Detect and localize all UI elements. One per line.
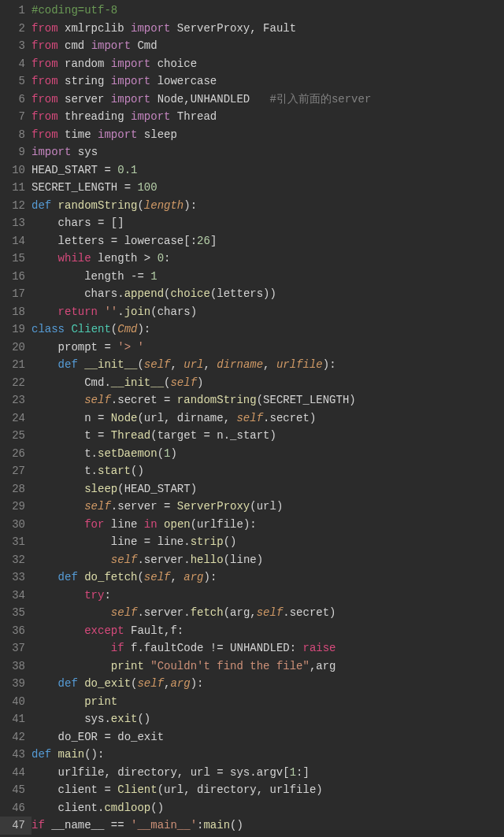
code-content[interactable]: sys.exit() bbox=[32, 710, 504, 728]
line-number: 15 bbox=[0, 250, 32, 268]
code-content[interactable]: self.secret = randomString(SECRET_LENGTH… bbox=[32, 391, 504, 409]
line-number: 42 bbox=[0, 728, 32, 746]
code-line[interactable]: 25 t = Thread(target = n._start) bbox=[0, 427, 504, 445]
code-line[interactable]: 15 while length > 0: bbox=[0, 250, 504, 268]
code-line[interactable]: 37 if f.faultCode != UNHANDLED: raise bbox=[0, 639, 504, 657]
code-content[interactable]: def __init__(self, url, dirname, urlfile… bbox=[32, 356, 504, 374]
code-line[interactable]: 27 t.start() bbox=[0, 462, 504, 480]
code-content[interactable]: do_EOR = do_exit bbox=[32, 728, 504, 746]
code-line[interactable]: 44 urlfile, directory, url = sys.argv[1:… bbox=[0, 764, 504, 782]
code-line[interactable]: 47if __name__ == '__main__':main() bbox=[0, 817, 504, 835]
code-content[interactable]: length -= 1 bbox=[32, 268, 504, 286]
line-number: 14 bbox=[0, 232, 32, 250]
code-line[interactable]: 9import sys bbox=[0, 143, 504, 161]
code-line[interactable]: 2from xmlrpclib import ServerProxy, Faul… bbox=[0, 20, 504, 38]
code-line[interactable]: 33 def do_fetch(self, arg): bbox=[0, 568, 504, 587]
line-number: 37 bbox=[0, 639, 32, 657]
code-content[interactable]: try: bbox=[32, 587, 504, 605]
code-content[interactable]: import sys bbox=[32, 143, 504, 161]
code-line[interactable]: 17 chars.append(choice(letters)) bbox=[0, 285, 504, 303]
code-line[interactable]: 3from cmd import Cmd bbox=[0, 37, 504, 55]
code-line[interactable]: 4from random import choice bbox=[0, 55, 504, 73]
code-line[interactable]: 7from threading import Thread bbox=[0, 108, 504, 126]
code-line[interactable]: 12def randomString(length): bbox=[0, 197, 504, 215]
code-content[interactable]: from string import lowercase bbox=[32, 72, 504, 91]
code-content[interactable]: sleep(HEAD_START) bbox=[32, 480, 504, 498]
code-line[interactable]: 31 line = line.strip() bbox=[0, 533, 504, 551]
code-content[interactable]: client.cmdloop() bbox=[32, 799, 504, 817]
code-line[interactable]: 10HEAD_START = 0.1 bbox=[0, 161, 504, 180]
code-content[interactable]: line = line.strip() bbox=[32, 533, 504, 551]
code-content[interactable]: print "Couldn't find the file",arg bbox=[32, 657, 504, 676]
code-line[interactable]: 6from server import Node,UNHANDLED #引入前面… bbox=[0, 91, 504, 109]
code-line[interactable]: 18 return ''.join(chars) bbox=[0, 303, 504, 321]
code-content[interactable]: t = Thread(target = n._start) bbox=[32, 427, 504, 445]
code-content[interactable]: from time import sleep bbox=[32, 126, 504, 144]
code-content[interactable]: t.start() bbox=[32, 462, 504, 480]
code-line[interactable]: 28 sleep(HEAD_START) bbox=[0, 480, 504, 498]
code-content[interactable]: def do_fetch(self, arg): bbox=[32, 568, 504, 587]
code-line[interactable]: 43def main(): bbox=[0, 746, 504, 764]
code-content[interactable]: except Fault,f: bbox=[32, 622, 504, 640]
code-line[interactable]: 35 self.server.fetch(arg,self.secret) bbox=[0, 604, 504, 622]
code-content[interactable]: from random import choice bbox=[32, 55, 504, 73]
code-line[interactable]: 8from time import sleep bbox=[0, 126, 504, 144]
code-line[interactable]: 38 print "Couldn't find the file",arg bbox=[0, 657, 504, 676]
code-content[interactable]: HEAD_START = 0.1 bbox=[32, 161, 504, 180]
code-content[interactable]: SECRET_LENGTH = 100 bbox=[32, 179, 504, 197]
code-line[interactable]: 39 def do_exit(self,arg): bbox=[0, 675, 504, 693]
code-content[interactable]: if f.faultCode != UNHANDLED: raise bbox=[32, 639, 504, 657]
code-line[interactable]: 42 do_EOR = do_exit bbox=[0, 728, 504, 746]
code-content[interactable]: n = Node(url, dirname, self.secret) bbox=[32, 409, 504, 428]
code-content[interactable]: client = Client(url, directory, urlfile) bbox=[32, 781, 504, 799]
code-line[interactable]: 29 self.server = ServerProxy(url) bbox=[0, 498, 504, 516]
line-number: 44 bbox=[0, 764, 32, 782]
code-content[interactable]: Cmd.__init__(self) bbox=[32, 374, 504, 392]
code-line[interactable]: 19class Client(Cmd): bbox=[0, 320, 504, 339]
code-line[interactable]: 20 prompt = '> ' bbox=[0, 339, 504, 357]
code-content[interactable]: return ''.join(chars) bbox=[32, 303, 504, 321]
code-content[interactable]: def main(): bbox=[32, 746, 504, 764]
code-content[interactable]: self.server.hello(line) bbox=[32, 551, 504, 569]
code-line[interactable]: 14 letters = lowercase[:26] bbox=[0, 232, 504, 250]
code-line[interactable]: 11SECRET_LENGTH = 100 bbox=[0, 179, 504, 197]
code-line[interactable]: 36 except Fault,f: bbox=[0, 622, 504, 640]
code-editor[interactable]: 1#coding=utf-82from xmlrpclib import Ser… bbox=[0, 0, 504, 835]
code-content[interactable]: def do_exit(self,arg): bbox=[32, 675, 504, 693]
code-line[interactable]: 5from string import lowercase bbox=[0, 72, 504, 91]
code-content[interactable]: from threading import Thread bbox=[32, 108, 504, 126]
code-line[interactable]: 23 self.secret = randomString(SECRET_LEN… bbox=[0, 391, 504, 409]
code-content[interactable]: from server import Node,UNHANDLED #引入前面的… bbox=[32, 91, 504, 109]
code-content[interactable]: urlfile, directory, url = sys.argv[1:] bbox=[32, 764, 504, 782]
code-line[interactable]: 21 def __init__(self, url, dirname, urlf… bbox=[0, 356, 504, 374]
code-line[interactable]: 32 self.server.hello(line) bbox=[0, 551, 504, 569]
code-line[interactable]: 22 Cmd.__init__(self) bbox=[0, 374, 504, 392]
code-line[interactable]: 45 client = Client(url, directory, urlfi… bbox=[0, 781, 504, 799]
code-line[interactable]: 24 n = Node(url, dirname, self.secret) bbox=[0, 409, 504, 428]
code-content[interactable]: #coding=utf-8 bbox=[32, 2, 504, 20]
code-content[interactable]: self.server.fetch(arg,self.secret) bbox=[32, 604, 504, 622]
code-content[interactable]: prompt = '> ' bbox=[32, 339, 504, 357]
code-line[interactable]: 13 chars = [] bbox=[0, 214, 504, 232]
code-content[interactable]: print bbox=[32, 693, 504, 711]
code-line[interactable]: 1#coding=utf-8 bbox=[0, 2, 504, 20]
code-content[interactable]: while length > 0: bbox=[32, 250, 504, 268]
code-content[interactable]: from xmlrpclib import ServerProxy, Fault bbox=[32, 20, 504, 38]
code-content[interactable]: if __name__ == '__main__':main() bbox=[32, 817, 504, 835]
code-line[interactable]: 41 sys.exit() bbox=[0, 710, 504, 728]
code-line[interactable]: 40 print bbox=[0, 693, 504, 711]
code-content[interactable]: from cmd import Cmd bbox=[32, 37, 504, 55]
code-line[interactable]: 34 try: bbox=[0, 587, 504, 605]
code-content[interactable]: for line in open(urlfile): bbox=[32, 516, 504, 534]
code-content[interactable]: chars.append(choice(letters)) bbox=[32, 285, 504, 303]
code-content[interactable]: self.server = ServerProxy(url) bbox=[32, 498, 504, 516]
code-content[interactable]: class Client(Cmd): bbox=[32, 320, 504, 339]
code-content[interactable]: chars = [] bbox=[32, 214, 504, 232]
code-line[interactable]: 26 t.setDaemon(1) bbox=[0, 445, 504, 463]
code-content[interactable]: def randomString(length): bbox=[32, 197, 504, 215]
code-line[interactable]: 30 for line in open(urlfile): bbox=[0, 516, 504, 534]
code-line[interactable]: 46 client.cmdloop() bbox=[0, 799, 504, 817]
code-content[interactable]: letters = lowercase[:26] bbox=[32, 232, 504, 250]
code-content[interactable]: t.setDaemon(1) bbox=[32, 445, 504, 463]
code-line[interactable]: 16 length -= 1 bbox=[0, 268, 504, 286]
